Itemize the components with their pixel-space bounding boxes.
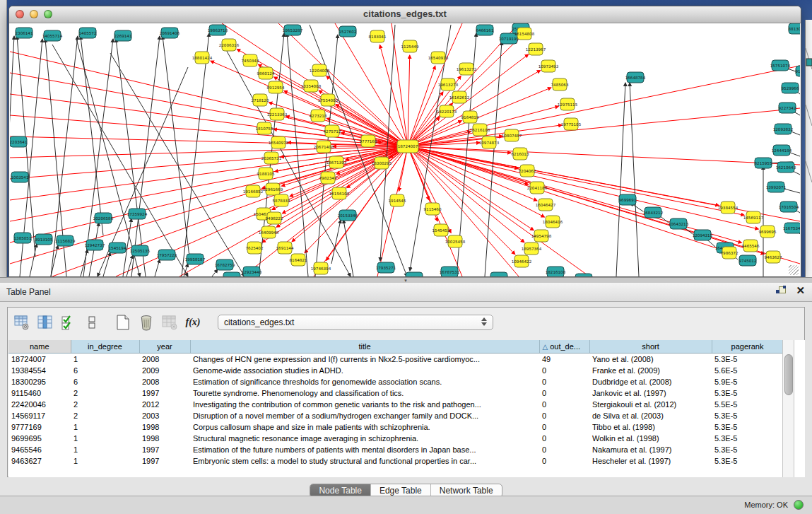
table-cell[interactable]: 5.3E-5 <box>712 387 783 399</box>
table-cell[interactable]: 5.3E-5 <box>712 455 783 467</box>
table-cell[interactable]: 0 <box>539 376 589 387</box>
window-titlebar[interactable]: citations_edges.txt <box>9 6 801 23</box>
table-cell[interactable]: Franke et al. (2009) <box>589 365 712 376</box>
table-cell[interactable]: 0 <box>539 410 589 421</box>
table-cell[interactable]: 5.3E-5 <box>712 354 783 366</box>
table-cell[interactable]: 1997 <box>139 387 190 399</box>
table-cell[interactable]: 14569117 <box>8 410 71 421</box>
table-cell[interactable]: 1 <box>71 433 139 444</box>
table-mode-icon[interactable] <box>13 314 30 331</box>
table-cell[interactable]: 9463627 <box>8 455 71 467</box>
table-cell[interactable]: Estimation of the future numbers of pati… <box>190 444 539 455</box>
table-cell[interactable]: 1998 <box>139 433 190 444</box>
table-cell[interactable]: 18724007 <box>8 354 71 366</box>
column-header-short[interactable]: short <box>589 340 712 354</box>
table-cell[interactable]: 2 <box>71 387 139 399</box>
table-cell[interactable]: 1 <box>71 444 139 455</box>
table-cell[interactable]: 0 <box>539 387 589 399</box>
table-cell[interactable]: 1 <box>71 421 139 433</box>
table-cell[interactable]: 18300295 <box>8 376 71 387</box>
memory-ok-led-icon[interactable] <box>794 500 804 510</box>
scrollbar-thumb[interactable] <box>784 354 793 395</box>
table-cell[interactable]: 0 <box>539 421 589 433</box>
create-column-icon[interactable] <box>114 314 131 331</box>
table-cell[interactable]: 6 <box>71 365 139 376</box>
show-columns-icon[interactable] <box>37 314 54 331</box>
table-row[interactable]: 1830029562008Estimation of significance … <box>8 376 783 387</box>
table-cell[interactable]: 2009 <box>139 365 190 376</box>
table-cell[interactable]: 1 <box>71 354 139 366</box>
table-cell[interactable]: 49 <box>539 354 589 366</box>
table-row[interactable]: 911546021997Tourette syndrome. Phenomeno… <box>8 387 783 399</box>
table-cell[interactable]: Embryonic stem cells: a model to study s… <box>190 455 539 467</box>
table-cell[interactable]: 2 <box>71 399 139 410</box>
table-cell[interactable]: 2003 <box>139 410 190 421</box>
table-cell[interactable]: 1998 <box>139 421 190 433</box>
table-cell[interactable]: Yano et al. (2008) <box>589 354 712 366</box>
close-panel-icon[interactable]: ✕ <box>796 286 805 296</box>
column-header-name[interactable]: name <box>8 340 71 354</box>
table-cell[interactable]: 9465546 <box>8 444 71 455</box>
table-cell[interactable]: Stergiakouli et al. (2012) <box>589 399 712 410</box>
graph-node[interactable] <box>575 274 592 276</box>
table-row[interactable]: 1938455462009Genome-wide association stu… <box>8 365 783 376</box>
network-canvas[interactable]: 2306141140557141405572226914120691406198… <box>10 23 800 276</box>
table-cell[interactable]: 9777169 <box>8 421 71 433</box>
table-cell[interactable]: Disruption of a novel member of a sodium… <box>190 410 539 421</box>
table-cell[interactable]: 2008 <box>139 354 190 366</box>
table-cell[interactable]: Investigating the contribution of common… <box>190 399 539 410</box>
table-cell[interactable]: Hescheler et al. (1997) <box>589 455 712 467</box>
table-cell[interactable]: 2012 <box>139 399 190 410</box>
table-cell[interactable]: 2008 <box>139 376 190 387</box>
table-cell[interactable]: 5.3E-5 <box>712 421 783 433</box>
table-cell[interactable]: Tourette syndrome. Phenomenology and cla… <box>190 387 539 399</box>
float-panel-icon[interactable] <box>776 286 786 296</box>
table-cell[interactable]: 5.3E-5 <box>712 410 783 421</box>
table-cell[interactable]: 2 <box>71 410 139 421</box>
table-row[interactable]: 1456911722003Disruption of a novel membe… <box>8 410 783 421</box>
table-selector-dropdown[interactable]: citations_edges.txt <box>218 315 493 330</box>
select-columns-icon[interactable] <box>60 314 77 331</box>
table-cell[interactable]: 0 <box>539 365 589 376</box>
table-cell[interactable]: 19384554 <box>8 365 71 376</box>
window-resize-grip[interactable] <box>789 265 799 275</box>
table-cell[interactable]: 1997 <box>139 455 190 467</box>
table-row[interactable]: 977716911998Corpus callosum shape and si… <box>8 421 783 433</box>
table-cell[interactable]: Genome-wide association studies in ADHD. <box>190 365 539 376</box>
table-cell[interactable]: Wolkin et al. (1998) <box>589 433 712 444</box>
table-cell[interactable]: Estimation of significance thresholds fo… <box>190 376 539 387</box>
table-cell[interactable]: Corpus callosum shape and size in male p… <box>190 421 539 433</box>
column-header-year[interactable]: year <box>139 340 190 354</box>
delete-column-trash-icon[interactable] <box>138 314 155 331</box>
table-cell[interactable]: 0 <box>539 444 589 455</box>
table-cell[interactable]: Changes of HCN gene expression and I(f) … <box>190 354 539 366</box>
table-cell[interactable]: 0 <box>539 399 589 410</box>
table-cell[interactable]: 5.3E-5 <box>712 444 783 455</box>
column-header-out_degree[interactable]: △out_de... <box>539 340 589 354</box>
table-cell[interactable]: Jankovic et al. (1997) <box>589 387 712 399</box>
table-row[interactable]: 969969511998Structural magnetic resonanc… <box>8 433 783 444</box>
table-cell[interactable]: 0 <box>539 455 589 467</box>
vertical-scrollbar[interactable] <box>782 340 794 477</box>
table-cell[interactable]: 9699695 <box>8 433 71 444</box>
panel-splitter[interactable]: ▾ <box>0 277 812 283</box>
column-header-pagerank[interactable]: pagerank <box>712 340 783 354</box>
table-row[interactable]: 946362711997Embryonic stem cells: a mode… <box>8 455 783 467</box>
table-cell[interactable]: 1 <box>71 455 139 467</box>
table-cell[interactable]: 5.3E-5 <box>712 433 783 444</box>
table-row[interactable]: 946554611997Estimation of the future num… <box>8 444 783 455</box>
column-header-title[interactable]: title <box>190 340 539 354</box>
table-cell[interactable]: 5.6E-5 <box>712 365 783 376</box>
table-cell[interactable]: Structural magnetic resonance image aver… <box>190 433 539 444</box>
row-height-icon[interactable] <box>83 314 100 331</box>
table-row[interactable]: 1872400712008Changes of HCN gene express… <box>8 354 783 366</box>
table-cell[interactable]: 9115460 <box>8 387 71 399</box>
table-cell[interactable]: 5.9E-5 <box>712 376 783 387</box>
table-row[interactable]: 2242004622012Investigating the contribut… <box>8 399 783 410</box>
table-cell[interactable]: Tibbo et al. (1998) <box>589 421 712 433</box>
table-cell[interactable]: 5.5E-5 <box>712 399 783 410</box>
table-cell[interactable]: 22420046 <box>8 399 71 410</box>
table-cell[interactable]: 6 <box>71 376 139 387</box>
function-builder-icon[interactable]: f(x) <box>184 314 201 331</box>
table-cell[interactable]: de Silva et al. (2003) <box>589 410 712 421</box>
